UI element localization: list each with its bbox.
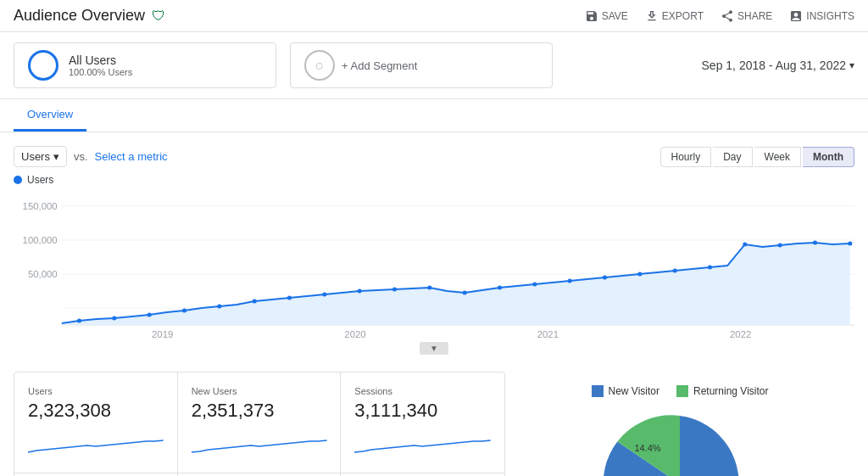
page-title: Audience Overview bbox=[14, 7, 145, 25]
stat-sessions-value: 3,111,340 bbox=[354, 400, 491, 422]
hourly-button[interactable]: Hourly bbox=[660, 147, 712, 167]
svg-point-21 bbox=[532, 283, 537, 287]
pie-svg: 85.6% 14.4% bbox=[604, 407, 756, 476]
top-bar-left: Audience Overview 🛡 bbox=[14, 7, 165, 25]
returning-visitor-pct: 14.4% bbox=[634, 443, 660, 453]
add-segment-icon: ○ bbox=[304, 50, 335, 81]
day-button[interactable]: Day bbox=[713, 147, 752, 167]
mini-chart-users bbox=[28, 428, 164, 454]
svg-point-10 bbox=[147, 313, 152, 317]
svg-point-24 bbox=[637, 272, 642, 277]
users-legend-label: Users bbox=[27, 174, 53, 186]
chart-svg: 150,000 100,000 50,000 bbox=[14, 189, 854, 342]
svg-point-11 bbox=[182, 309, 186, 313]
metric-dropdown[interactable]: Users ▾ bbox=[14, 146, 67, 167]
svg-point-17 bbox=[392, 288, 397, 292]
svg-text:2021: 2021 bbox=[537, 329, 559, 339]
stats-section: Users 2,323,308 New Users 2,351,373 Sess… bbox=[0, 358, 868, 476]
stat-new-users-value: 2,351,373 bbox=[192, 400, 327, 422]
svg-point-14 bbox=[287, 296, 292, 300]
segment-pct: 100.00% Users bbox=[69, 67, 132, 77]
svg-point-18 bbox=[427, 286, 431, 290]
stat-new-users-label: New Users bbox=[192, 386, 327, 396]
svg-point-25 bbox=[673, 269, 677, 273]
returning-visitor-color bbox=[676, 385, 688, 397]
stat-sessions[interactable]: Sessions 3,111,340 bbox=[341, 372, 504, 473]
primary-segment[interactable]: All Users 100.00% Users bbox=[14, 42, 276, 88]
export-icon bbox=[645, 9, 659, 23]
vs-label: vs. bbox=[74, 150, 88, 163]
svg-point-23 bbox=[603, 276, 607, 280]
legend-returning-visitor: Returning Visitor bbox=[676, 385, 769, 397]
pie-section: New Visitor Returning Visitor bbox=[505, 372, 854, 476]
add-segment-button[interactable]: ○ + Add Segment bbox=[290, 42, 553, 88]
week-button[interactable]: Week bbox=[754, 147, 801, 167]
stat-sessions-label: Sessions bbox=[354, 386, 491, 396]
svg-point-20 bbox=[498, 286, 502, 290]
save-button[interactable]: SAVE bbox=[585, 9, 628, 23]
svg-point-19 bbox=[463, 291, 467, 295]
svg-point-13 bbox=[253, 300, 257, 304]
legend-new-visitor: New Visitor bbox=[592, 385, 659, 397]
stat-pageviews[interactable]: Pageviews 5,732,070 bbox=[178, 473, 342, 477]
svg-point-12 bbox=[217, 305, 221, 309]
stat-sessions-per-user[interactable]: Number of Sessions per User 1.34 bbox=[14, 473, 178, 477]
stat-new-users[interactable]: New Users 2,351,373 bbox=[178, 372, 342, 473]
svg-point-26 bbox=[708, 266, 712, 270]
chart-scroll-control[interactable]: ▼ bbox=[420, 342, 448, 355]
export-label: EXPORT bbox=[662, 10, 704, 22]
svg-point-30 bbox=[848, 242, 852, 246]
svg-point-8 bbox=[77, 319, 81, 323]
share-button[interactable]: SHARE bbox=[721, 9, 772, 23]
tabs-bar: Overview bbox=[0, 99, 868, 132]
select-metric-link[interactable]: Select a metric bbox=[95, 150, 168, 163]
top-bar: Audience Overview 🛡 SAVE EXPORT SHARE IN… bbox=[0, 0, 868, 32]
svg-point-29 bbox=[813, 241, 817, 245]
add-segment-label: + Add Segment bbox=[342, 59, 417, 72]
svg-text:50,000: 50,000 bbox=[28, 269, 58, 279]
month-button[interactable]: Month bbox=[803, 147, 854, 167]
svg-text:2019: 2019 bbox=[152, 329, 173, 339]
stat-users[interactable]: Users 2,323,308 bbox=[14, 372, 178, 473]
insights-label: INSIGHTS bbox=[806, 10, 854, 22]
chart-area: 150,000 100,000 50,000 bbox=[14, 189, 854, 342]
pie-chart: 85.6% 14.4% bbox=[604, 407, 756, 476]
svg-point-27 bbox=[743, 243, 747, 247]
share-icon bbox=[721, 9, 734, 23]
tab-overview[interactable]: Overview bbox=[14, 99, 86, 132]
svg-text:2020: 2020 bbox=[344, 329, 365, 339]
svg-text:2022: 2022 bbox=[730, 329, 751, 339]
segment-name: All Users bbox=[69, 53, 132, 67]
save-label: SAVE bbox=[602, 10, 628, 22]
svg-point-15 bbox=[322, 293, 326, 297]
share-label: SHARE bbox=[737, 10, 772, 22]
date-range-label: Sep 1, 2018 - Aug 31, 2022 bbox=[702, 59, 846, 72]
segment-icon bbox=[28, 50, 58, 81]
pie-legend: New Visitor Returning Visitor bbox=[592, 385, 769, 397]
segment-info: All Users 100.00% Users bbox=[69, 53, 132, 77]
date-range-chevron: ▾ bbox=[849, 59, 854, 71]
insights-button[interactable]: INSIGHTS bbox=[789, 9, 854, 23]
mini-chart-sessions bbox=[354, 428, 491, 454]
chart-controls: Users ▾ vs. Select a metric Hourly Day W… bbox=[14, 146, 854, 167]
chart-section: Users ▾ vs. Select a metric Hourly Day W… bbox=[0, 132, 868, 355]
stat-users-value: 2,323,308 bbox=[28, 400, 164, 422]
stats-grid: Users 2,323,308 New Users 2,351,373 Sess… bbox=[14, 372, 505, 476]
date-range-picker[interactable]: Sep 1, 2018 - Aug 31, 2022 ▾ bbox=[702, 59, 854, 72]
svg-text:150,000: 150,000 bbox=[23, 201, 58, 211]
svg-point-16 bbox=[358, 289, 362, 294]
metric-selector: Users ▾ vs. Select a metric bbox=[14, 146, 168, 167]
segment-bar: All Users 100.00% Users ○ + Add Segment … bbox=[0, 32, 868, 99]
export-button[interactable]: EXPORT bbox=[645, 9, 704, 23]
stat-users-label: Users bbox=[28, 386, 164, 396]
svg-point-28 bbox=[778, 244, 782, 248]
time-buttons: Hourly Day Week Month bbox=[660, 147, 854, 167]
mini-chart-new-users bbox=[192, 428, 327, 454]
stat-pages-per-session[interactable]: Pages / Session 1.84 bbox=[341, 473, 504, 477]
new-visitor-label: New Visitor bbox=[609, 385, 659, 397]
chart-legend: Users bbox=[14, 174, 854, 186]
svg-point-22 bbox=[568, 279, 572, 283]
svg-text:100,000: 100,000 bbox=[23, 235, 58, 245]
new-visitor-color bbox=[592, 385, 604, 397]
shield-icon: 🛡 bbox=[152, 8, 165, 24]
